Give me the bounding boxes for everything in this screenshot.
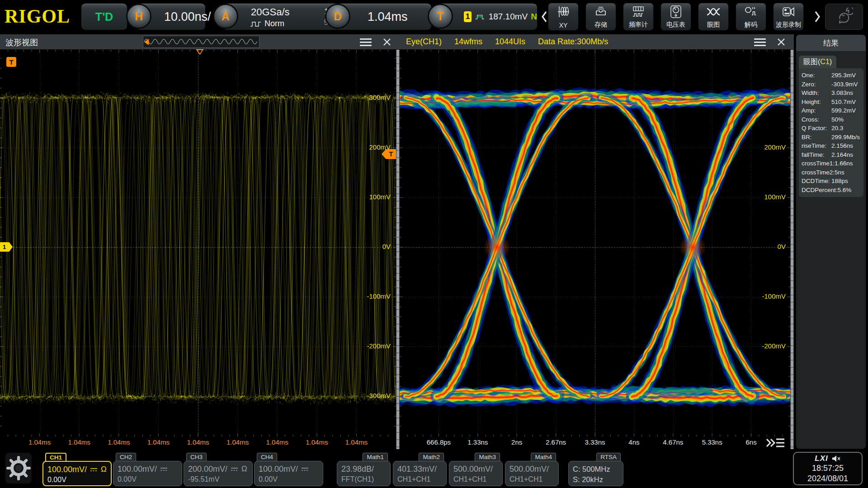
trigger-sweep-mode: N — [531, 12, 537, 22]
channel-card-ch3-body: 200.00mV/Ω-95.51mV — [184, 461, 253, 486]
wave-tlabel: 1.04ms — [187, 438, 209, 446]
minimap-marker-icon — [144, 39, 149, 45]
toolbar-scroll-left-icon[interactable] — [541, 10, 548, 23]
channel-card-ch1-scale: 100.00mV/Ω — [47, 464, 107, 475]
channel-card-ch2[interactable]: CH2100.00mV/0.00V — [113, 453, 182, 487]
measurement-row: Cross:50% — [802, 115, 861, 124]
toolbar-button-record[interactable]: 波形录制 — [773, 3, 804, 31]
measurement-value: 295.3mV — [831, 71, 856, 80]
delay-knob[interactable]: D — [325, 4, 350, 29]
channel-card-ch2-tab: CH2 — [116, 453, 136, 461]
measurement-label: Width: — [802, 89, 831, 98]
channel-status-bar: CH1100.00mV/Ω0.00VCH2100.00mV/0.00VCH320… — [0, 450, 868, 488]
axis-expand-icon[interactable] — [765, 436, 786, 449]
trigger-knob[interactable]: T — [428, 4, 453, 29]
channel-card-ch4-scale-value: 100.00mV/ — [259, 465, 298, 474]
wave-vlabel: 0V — [359, 243, 391, 250]
eye-close-icon[interactable] — [777, 38, 786, 47]
math-card-math2[interactable]: Math2401.33mV/CH1+CH1 — [393, 453, 447, 487]
math-card-math4[interactable]: Math4500.00mV/CH1+CH1 — [505, 453, 559, 487]
wave-vlabel: 300mV — [359, 94, 391, 101]
eye-tlabel: 5.33ns — [702, 438, 722, 446]
math-card-math3-scale-value: 500.00mV/ — [453, 465, 493, 474]
math-card-math4-scale-value: 500.00mV/ — [509, 465, 549, 474]
channel-card-ch3[interactable]: CH3200.00mV/Ω-95.51mV — [184, 453, 253, 487]
eye-diagram-header[interactable]: Eye(CH1) 14wfms 1044UIs Data Rate:300Mb/… — [400, 34, 794, 50]
wave-vlabel: -200mV — [359, 342, 391, 350]
measurement-label: fallTime: — [802, 150, 831, 160]
measurement-row: riseTime:2.156ns — [802, 141, 861, 150]
channel-card-ch1[interactable]: CH1100.00mV/Ω0.00V — [42, 453, 112, 487]
channel-card-ch1-offset: 0.00V — [47, 476, 107, 484]
panel-divider-scrollbar[interactable] — [396, 50, 400, 449]
toolbar-label-storage: 存储 — [594, 21, 607, 29]
wave-tlabel: 1.04ms — [266, 438, 288, 446]
toolbar-button-decode[interactable]: 解码 — [736, 3, 766, 31]
self-check-button[interactable] — [825, 4, 863, 30]
measurement-value: 3.083ns — [831, 89, 853, 98]
rigol-logo: RIGOL — [5, 5, 70, 27]
waveform-time-axis: 1.04ms1.04ms1.04ms1.04ms1.04ms1.04ms1.04… — [0, 436, 396, 449]
wave-vlabel: 200mV — [359, 143, 391, 151]
eye-ui-count: 1044UIs — [495, 37, 525, 47]
eye-tlabel: 1.33ns — [467, 438, 488, 446]
waveform-position-minimap[interactable] — [143, 36, 259, 48]
channel-card-ch4[interactable]: CH4100.00mV/0.00V — [254, 453, 323, 487]
channel-card-ch4-scale: 100.00mV/ — [259, 464, 319, 474]
math-card-math3-body: 500.00mV/CH1+CH1 — [449, 461, 503, 486]
math-card-math1-tab: Math1 — [363, 453, 388, 461]
utility-menu-button[interactable] — [5, 453, 32, 483]
trigger-position-icon[interactable] — [196, 49, 204, 55]
channel-cards: CH1100.00mV/Ω0.00VCH2100.00mV/0.00VCH320… — [42, 453, 323, 487]
channel-card-ch1-body: 100.00mV/Ω0.00V — [42, 461, 112, 486]
trigger-pulse-icon — [475, 11, 486, 22]
toolbar-label-decode: 解码 — [745, 21, 757, 29]
rtsa-card-tab: RTSA — [596, 453, 621, 461]
measurement-row: crossTime1:1.66ns — [802, 159, 861, 168]
toolbar-label-record: 波形录制 — [776, 21, 801, 29]
eye-panel-scrollbar[interactable] — [790, 50, 794, 449]
measurement-label: DCDPercent: — [802, 186, 838, 195]
rtsa-card-body: C: 500MHzS: 20kHz — [568, 461, 623, 486]
toolbar-button-xy[interactable]: XY — [548, 3, 579, 31]
channel-card-ch4-body: 100.00mV/0.00V — [254, 461, 323, 486]
eye-results-tab[interactable]: 眼图(C1) — [799, 56, 836, 68]
trigger-status-button[interactable]: T'D — [81, 3, 127, 30]
toolbar-button-storage[interactable]: 存储 — [585, 3, 616, 31]
measurement-value: 20.3 — [831, 124, 843, 133]
toolbar-button-eye[interactable]: 眼图 — [698, 3, 729, 31]
eye-vlabel: -200mV — [754, 342, 786, 350]
waveform-menu-icon[interactable] — [360, 38, 372, 46]
rtsa-card[interactable]: RTSAC: 500MHzS: 20kHz — [568, 453, 623, 487]
eye-menu-icon[interactable] — [754, 38, 766, 46]
eye-tlabel: 4.67ns — [663, 438, 683, 446]
eye-vlabel: 0V — [754, 243, 786, 250]
wave-tlabel: 1.04ms — [68, 438, 90, 446]
measurement-label: crossTime1: — [802, 159, 835, 168]
toolbar-label-eye: 眼图 — [707, 21, 720, 29]
dc-coupling-icon — [160, 467, 168, 472]
waveform-view-header[interactable]: 波形视图 — [0, 34, 400, 50]
channel-card-ch2-offset: 0.00V — [118, 475, 178, 483]
math-card-math3[interactable]: Math3500.00mV/CH1+CH1 — [449, 453, 503, 487]
math-card-math1[interactable]: Math123.98dB/FFT(CH1) — [337, 453, 391, 487]
waveform-plot-area[interactable]: T 1 T 300mV200mV100mV0V-100mV-200mV-300m… — [0, 50, 396, 436]
trigger-source-badge: 1 — [464, 11, 472, 22]
horizontal-knob[interactable]: H — [126, 4, 151, 29]
eye-waveform-count: 14wfms — [454, 37, 482, 47]
eye-plot-area[interactable]: 200mV100mV0V-100mV-200mV — [400, 50, 790, 436]
toolbar-button-voltmeter[interactable]: 电压表 — [660, 3, 691, 31]
eye-vlabel: -100mV — [754, 292, 786, 300]
toolbar-button-counter[interactable]: 频率计 — [623, 3, 654, 31]
toolbar-scroll-right-icon[interactable] — [814, 10, 821, 23]
results-sidebar: 结果 眼图(C1) One:295.3mVZero:-303.9mVWidth:… — [796, 34, 866, 449]
system-status-box[interactable]: LXI 18:57:25 2024/08/01 — [793, 452, 863, 485]
acquisition-knob[interactable]: A — [213, 4, 238, 29]
record-icon — [782, 5, 795, 19]
system-time: 18:57:25 — [794, 463, 862, 474]
measurement-value: 599.2mV — [831, 106, 856, 115]
waveform-close-icon[interactable] — [382, 38, 392, 47]
eye-vlabel: 200mV — [754, 143, 786, 151]
math-card-math2-offset: CH1+CH1 — [397, 475, 442, 483]
channel-card-ch2-scale: 100.00mV/ — [118, 464, 178, 474]
